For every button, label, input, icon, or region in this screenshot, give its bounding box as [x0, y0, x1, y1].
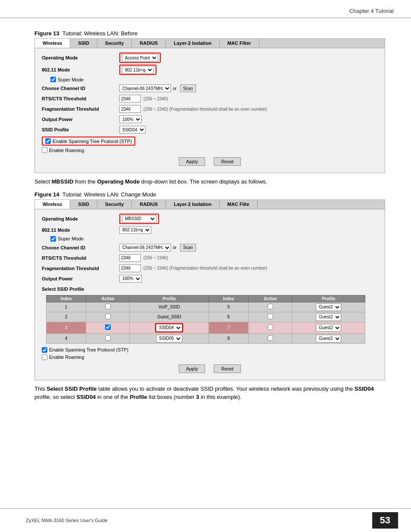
fig14-scan-button[interactable]: Scan	[180, 244, 196, 252]
fig14-frag-hint: (256 ~ 2346) (Fragmentation threshold sh…	[143, 266, 267, 271]
fig14-opmode-row: Operating Mode MBSSID	[42, 214, 378, 224]
cell-active2[interactable]	[249, 333, 292, 343]
fig13-stp-checkbox[interactable]	[45, 138, 51, 144]
fig13-action-row: Apply Reset	[42, 157, 378, 168]
fig13-opmode-select[interactable]: Access Point	[122, 54, 158, 62]
fig13-80211-select[interactable]: 802.11b+g	[122, 66, 154, 74]
th-active2: Active	[249, 295, 292, 302]
fig14-rts-input[interactable]	[119, 254, 141, 262]
figure13-body: Operating Mode Access Point 802.11 Mode …	[35, 48, 385, 173]
row7-checkbox[interactable]	[268, 324, 273, 330]
cell-profile2[interactable]: Guest2	[292, 322, 365, 333]
fig13-power-row: Output Power 100%	[42, 115, 378, 124]
row5-checkbox[interactable]	[268, 304, 273, 309]
fig14-nav-radius[interactable]: RADIUS	[132, 200, 166, 209]
row4-checkbox[interactable]	[105, 335, 111, 341]
fig14-frag-input[interactable]	[119, 264, 141, 272]
fig13-channel-select[interactable]: Channel-06 2437MHz	[119, 84, 171, 92]
cell-active[interactable]	[86, 302, 130, 312]
row3-checkbox[interactable]	[105, 324, 111, 330]
row8-checkbox[interactable]	[268, 335, 273, 341]
cell-idx2: 7	[209, 322, 249, 333]
fig14-roaming-checkbox[interactable]	[42, 355, 47, 360]
fig14-nav-ssid[interactable]: SSID	[70, 200, 97, 209]
fig13-stp-label: Enable Spanning Tree Protocol (STP)	[53, 139, 132, 144]
row2-checkbox[interactable]	[105, 314, 111, 319]
cell-active[interactable]	[86, 333, 130, 343]
cell-active2[interactable]	[249, 312, 292, 322]
fig14-stp-checkbox[interactable]	[42, 347, 47, 353]
th-active1: Active	[86, 295, 130, 302]
fig13-opmode-label: Operating Mode	[42, 55, 119, 60]
description-text: Select MBSSID from the Operating Mode dr…	[34, 177, 385, 186]
row6-select[interactable]: Guest2	[316, 313, 341, 321]
cell-profile2[interactable]: Guest2	[292, 302, 365, 312]
fig13-supermode-checkbox[interactable]	[50, 77, 56, 82]
cell-active[interactable]	[86, 312, 130, 322]
fig14-rts-label: RTS/CTS Threshold	[42, 255, 119, 261]
fig14-supermode-row: Super Mode	[42, 236, 378, 242]
row7-select[interactable]: Guest2	[316, 324, 341, 332]
cell-profile[interactable]: SSID04	[130, 322, 209, 333]
nav-macfilter[interactable]: MAC Filter	[220, 39, 259, 48]
table-row-highlighted: 3 SSID04 7 Guest2	[47, 322, 365, 333]
cell-profile2[interactable]: Guest2	[292, 333, 365, 343]
th-index1: Index	[47, 295, 86, 302]
cell-idx: 4	[47, 333, 86, 343]
row5-select[interactable]: Guest2	[316, 303, 341, 311]
fig14-supermode-checkbox[interactable]	[50, 236, 56, 242]
fig14-power-select[interactable]: 100%	[119, 275, 142, 283]
fig14-nav-security[interactable]: Security	[97, 200, 132, 209]
nav-ssid[interactable]: SSID	[70, 39, 97, 48]
fig14-reset-button[interactable]: Reset	[214, 364, 241, 373]
table-row: 1 VoIP_SSID 5 Guest2	[47, 302, 365, 312]
fig13-reset-button[interactable]: Reset	[214, 157, 241, 166]
row4-select[interactable]: SSID05	[156, 335, 182, 342]
fig13-power-label: Output Power	[42, 117, 119, 122]
cell-active2[interactable]	[249, 302, 292, 312]
nav-radius[interactable]: RADIUS	[132, 39, 166, 48]
fig13-power-select[interactable]: 100%	[119, 115, 142, 123]
fig13-rts-input[interactable]	[119, 95, 141, 103]
figure13-label: Figure 13 Tutorial: Wireless LAN: Before	[34, 30, 385, 37]
row1-checkbox[interactable]	[105, 304, 111, 309]
fig14-80211-label: 802.11 Mode	[42, 227, 119, 233]
row3-select[interactable]: SSID04	[156, 324, 182, 332]
cell-active2[interactable]	[249, 322, 292, 333]
figure14-nav: Wireless SSID Security RADIUS Layer-2 Is…	[35, 200, 385, 209]
fig13-ssid-row: SSID Profile SSID04	[42, 125, 378, 134]
fig14-opmode-select[interactable]: MBSSID	[122, 215, 156, 223]
fig14-channel-select[interactable]: Channel-06 2437MHz	[119, 244, 171, 252]
fig14-nav-wireless[interactable]: Wireless	[35, 200, 70, 209]
fig13-frag-input[interactable]	[119, 105, 141, 113]
fig14-apply-button[interactable]: Apply	[179, 364, 206, 373]
row6-checkbox[interactable]	[268, 314, 273, 319]
fig14-80211-select[interactable]: 802.11b+g	[119, 226, 151, 234]
row8-select[interactable]: Guest2	[316, 335, 341, 342]
cell-profile[interactable]: SSID05	[130, 333, 209, 343]
fig14-nav-macfilter[interactable]: MAC Filte	[220, 200, 258, 209]
fig13-supermode-row: Super Mode	[42, 77, 378, 82]
fig14-nav-layer2[interactable]: Layer-2 Isolation	[166, 200, 219, 209]
footer-left-text: ZyXEL NWA-3160 Series User's Guide	[26, 518, 108, 523]
fig13-roaming-checkbox[interactable]	[42, 147, 47, 153]
fig13-ssid-select[interactable]: SSID04	[119, 126, 146, 134]
cell-profile2[interactable]: Guest2	[292, 312, 365, 322]
fig13-scan-button[interactable]: Scan	[180, 84, 196, 92]
nav-layer2[interactable]: Layer-2 Isolation	[166, 39, 219, 48]
cell-idx2: 8	[209, 333, 249, 343]
cell-idx2: 6	[209, 312, 249, 322]
figure14-body: Operating Mode MBSSID 802.11 Mode 802.11…	[35, 209, 385, 380]
fig13-80211-label: 802.11 Mode	[42, 67, 119, 72]
fig13-stp-highlight: Enable Spanning Tree Protocol (STP)	[42, 137, 135, 146]
fig13-rts-label: RTS/CTS Threshold	[42, 96, 119, 101]
cell-active[interactable]	[86, 322, 130, 333]
nav-security[interactable]: Security	[97, 39, 132, 48]
nav-wireless[interactable]: Wireless	[35, 39, 70, 48]
fig14-opmode-highlight: MBSSID	[119, 214, 159, 224]
fig14-stp-label: Enable Spanning Tree Protocol (STP)	[49, 347, 128, 352]
fig13-opmode-row: Operating Mode Access Point	[42, 53, 378, 63]
fig13-apply-button[interactable]: Apply	[179, 157, 206, 166]
fig14-frag-row: Fragmentation Threshold (256 ~ 2346) (Fr…	[42, 264, 378, 273]
page-number: 53	[372, 512, 398, 529]
